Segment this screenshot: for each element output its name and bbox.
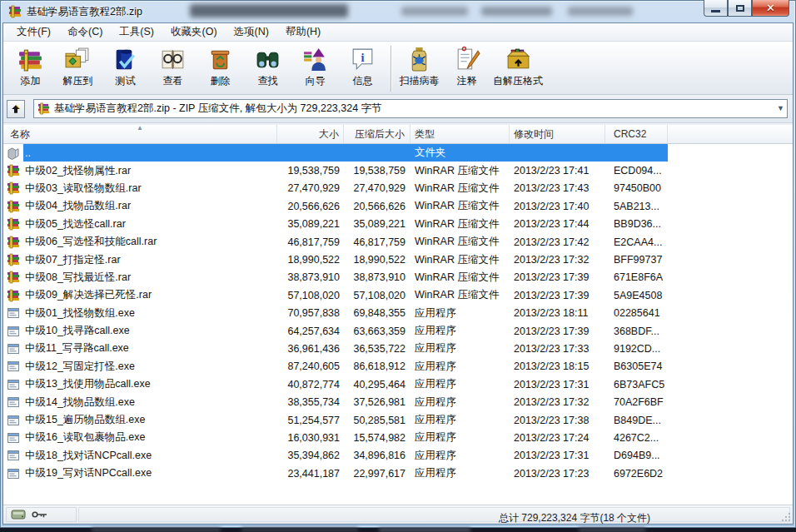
table-row[interactable]: 中级19_写对话NPCcall.exe23,441,18722,997,617应… [3,465,793,482]
menu-item-2[interactable]: 工具(S) [111,22,162,42]
table-row[interactable]: 中级04_找物品数组.rar20,566,62620,566,626WinRAR… [3,197,793,215]
file-packed-size: 69,848,355 [344,305,410,322]
toolbar-button-wizard[interactable]: 向导 [291,43,339,93]
column-header-modified[interactable]: 修改时间 [510,125,605,143]
up-one-level-button[interactable] [7,100,25,118]
application-file-icon [7,467,20,480]
menu-item-3[interactable]: 收藏夹(O) [162,22,226,42]
file-modified: 2013/2/23 17:23 [510,465,605,482]
maximize-button[interactable] [728,0,752,17]
table-row[interactable]: 中级10_找寻路call.exe64,257,63463,663,359应用程序… [3,322,793,340]
file-modified: 2013/2/23 17:39 [510,286,605,304]
maximize-icon [736,5,744,12]
file-modified: 2013/2/23 17:32 [510,251,605,268]
background-window-artifact [401,7,468,16]
file-size: 46,817,759 [277,233,344,251]
application-file-icon [7,306,20,320]
background-window-artifact [568,7,633,16]
file-size: 18,990,522 [277,251,344,268]
minimize-icon [711,10,720,12]
toolbar-button-sfx[interactable]: 自解压格式 [490,43,545,93]
toolbar-button-label: 信息 [353,74,373,88]
application-file-icon [7,360,20,373]
file-name: 中级18_找对话NCPcall.exe [25,449,152,463]
toolbar-button-comment[interactable]: 注释 [443,43,490,93]
file-size: 36,961,436 [277,340,344,357]
taskbar-artifact [92,528,221,532]
file-crc: BFF99737 [605,251,668,268]
file-crc: E2CAA4... [605,233,668,251]
file-name: 中级09_解决选择已死怪.rar [25,288,152,302]
table-row[interactable]: 中级03_读取怪物数组.rar27,470,92927,470,929WinRA… [3,180,793,197]
resize-grip[interactable] [781,512,791,522]
file-modified [510,144,605,162]
table-row[interactable]: 中级06_写选怪和技能call.rar46,817,75946,817,759W… [3,233,793,251]
file-packed-size: 20,566,626 [344,197,410,215]
file-name: 中级13_找使用物品call.exe [25,377,151,391]
table-row[interactable]: 中级01_找怪物数组.exe70,957,83869,848,355应用程序20… [3,305,793,322]
file-packed-size [344,144,410,162]
table-row-parent-dir[interactable]: ..文件夹 [3,144,793,162]
column-header-row: ▲ 名称大小压缩后大小类型修改时间CRC32 [3,125,793,144]
archive-path-combobox[interactable]: 基础学易语言教程2部.zip - ZIP 压缩文件, 解包大小为 729,223… [33,99,788,118]
file-packed-size: 50,285,581 [344,411,410,429]
toolbar-button-test-archive[interactable]: 测试 [102,43,149,93]
sort-ascending-icon: ▲ [137,124,143,132]
file-packed-size: 63,663,359 [344,322,410,340]
drive-icon[interactable] [11,510,26,520]
menu-item-1[interactable]: 命令(C) [59,22,111,42]
toolbar-button-delete[interactable]: 删除 [197,43,244,93]
menu-item-0[interactable]: 文件(F) [8,22,59,42]
rar-file-icon [7,200,20,213]
file-crc: BB9D36... [605,216,668,233]
key-icon[interactable] [32,510,48,519]
file-type: 应用程序 [410,465,510,482]
file-size: 35,089,221 [277,216,344,233]
toolbar-button-scan-virus[interactable]: 扫描病毒 [396,43,443,93]
toolbar-button-find[interactable]: 查找 [244,43,291,93]
column-header-type[interactable]: 类型 [410,125,510,143]
file-name: 中级03_读取怪物数组.rar [25,181,142,196]
file-name: 中级06_写选怪和技能call.rar [25,235,157,249]
file-type: WinRAR 压缩文件 [410,162,510,179]
file-type: 应用程序 [410,411,510,429]
background-window-artifact [190,4,348,17]
column-header-size[interactable]: 大小 [277,125,344,143]
table-row[interactable]: 中级09_解决选择已死怪.rar57,108,02057,108,020WinR… [3,286,793,304]
table-row[interactable]: 中级15_遍历物品数组.exe51,254,57750,285,581应用程序2… [3,411,793,429]
table-row[interactable]: 中级18_找对话NCPcall.exe35,394,86234,896,816应… [3,447,793,465]
table-row[interactable]: 中级05_找选怪call.rar35,089,22135,089,221WinR… [3,216,793,233]
file-size: 38,873,910 [277,269,344,286]
table-row[interactable]: 中级11_写寻路call.exe36,961,43636,535,722应用程序… [3,340,793,357]
column-header-crc[interactable]: CRC32 [605,125,668,143]
test-archive-icon [112,46,139,73]
menu-item-5[interactable]: 帮助(H) [277,22,329,42]
table-row[interactable]: 中级13_找使用物品call.exe40,872,77440,295,464应用… [3,375,793,393]
file-size: 23,441,187 [277,465,344,482]
file-modified: 2013/2/23 17:33 [510,340,605,357]
menu-item-4[interactable]: 选项(N) [226,22,277,42]
toolbar-button-info[interactable]: i信息 [339,43,386,93]
toolbar-button-extract-to[interactable]: 解压到 [54,43,102,93]
file-type: 应用程序 [410,375,510,393]
close-button[interactable]: ✕ [752,0,789,17]
close-icon: ✕ [766,2,775,13]
add-archive-icon [17,46,44,73]
table-row[interactable]: 中级02_找怪物属性.rar19,538,75919,538,759WinRAR… [3,162,793,179]
minimize-button[interactable] [704,0,728,17]
table-row[interactable]: 中级08_写找最近怪.rar38,873,91038,873,910WinRAR… [3,269,793,286]
file-crc: B849DE... [605,411,668,429]
extract-to-icon [64,46,92,73]
column-header-packed[interactable]: 压缩后大小 [344,125,410,143]
file-packed-size: 40,295,464 [344,375,410,393]
table-row[interactable]: 中级16_读取包裹物品.exe16,030,93115,574,982应用程序2… [3,429,793,446]
file-type: WinRAR 压缩文件 [410,286,510,304]
combobox-dropdown-icon[interactable]: ▼ [777,104,784,112]
toolbar-button-view-file[interactable]: 查看 [149,43,197,93]
file-packed-size: 57,108,020 [344,286,410,304]
file-modified: 2013/2/23 17:31 [510,375,605,393]
table-row[interactable]: 中级07_打指定怪.rar18,990,52218,990,522WinRAR … [3,251,793,268]
table-row[interactable]: 中级12_写固定打怪.exe87,240,60586,618,912应用程序20… [3,358,793,375]
toolbar-button-add-archive[interactable]: 添加 [7,43,54,93]
table-row[interactable]: 中级14_找物品数组.exe38,355,73437,526,981应用程序20… [3,393,793,410]
